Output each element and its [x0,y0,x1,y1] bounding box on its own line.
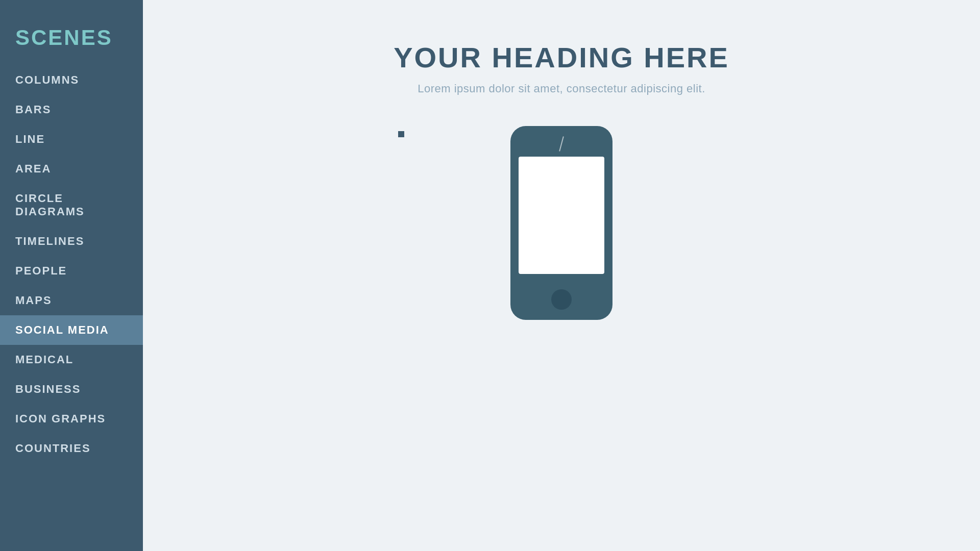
phone-illustration [510,126,612,320]
sidebar-item-medical[interactable]: MEDICAL [0,345,143,374]
sidebar-item-area[interactable]: AREA [0,154,143,184]
sidebar-item-maps[interactable]: MAPS [0,286,143,315]
sidebar-item-timelines[interactable]: TIMELINES [0,227,143,256]
sidebar-item-columns[interactable]: COLUMNS [0,65,143,95]
sidebar-item-business[interactable]: BUSINESS [0,374,143,404]
sidebar-item-people[interactable]: PEOPLE [0,256,143,286]
sidebar-item-line[interactable]: LINE [0,124,143,154]
decorative-square [398,131,404,137]
sidebar-item-countries[interactable]: COUNTRIES [0,434,143,463]
sidebar-item-bars[interactable]: BARS [0,95,143,124]
sidebar-item-social-media[interactable]: SOCIAL MEDIA [0,315,143,345]
page-subheading: Lorem ipsum dolor sit amet, consectetur … [418,82,705,95]
sidebar-title: SCENES [0,26,143,65]
page-heading: YOUR HEADING HERE [394,41,729,74]
phone-speaker-icon [559,136,564,151]
sidebar: SCENES COLUMNS BARS LINE AREA CIRCLE DIA… [0,0,143,551]
phone-screen [519,157,604,274]
phone-home-button [551,289,572,310]
main-content: YOUR HEADING HERE Lorem ipsum dolor sit … [143,0,980,551]
phone-body [510,126,612,320]
sidebar-item-icon-graphs[interactable]: ICON GRAPHS [0,404,143,434]
sidebar-item-circle-diagrams[interactable]: CIRCLE DIAGRAMS [0,184,143,227]
